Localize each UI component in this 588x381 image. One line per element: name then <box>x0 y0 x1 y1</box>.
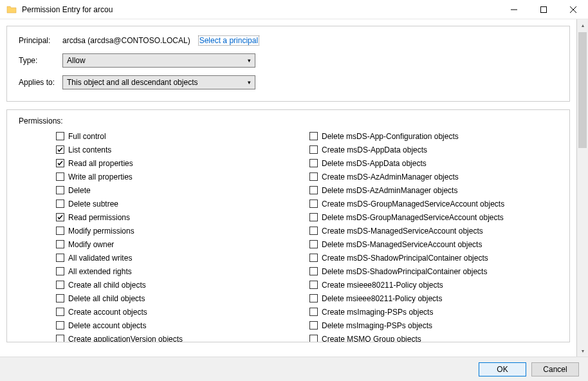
permission-checkbox[interactable] <box>309 240 318 248</box>
ok-button[interactable]: OK <box>479 362 526 376</box>
permission-label: Delete subtree <box>68 200 118 209</box>
type-combo[interactable]: Allow ▾ <box>62 53 255 68</box>
permission-checkbox[interactable] <box>309 200 318 208</box>
permission-checkbox[interactable] <box>56 213 64 221</box>
permission-label: Delete msDS-GroupManagedServiceAccount o… <box>322 213 504 222</box>
permission-checkbox[interactable] <box>309 267 318 275</box>
scroll-down-icon[interactable]: ▾ <box>577 345 588 357</box>
permission-checkbox[interactable] <box>309 159 318 167</box>
permission-checkbox[interactable] <box>309 335 318 342</box>
permissions-panel: Permissions: Full controlList contentsRe… <box>6 109 570 342</box>
permission-checkbox[interactable] <box>56 335 64 342</box>
permission-checkbox[interactable] <box>309 186 318 194</box>
permission-checkbox[interactable] <box>56 145 64 154</box>
permission-checkbox[interactable] <box>56 159 64 167</box>
permission-label: Read permissions <box>68 213 130 222</box>
permission-checkbox[interactable] <box>309 294 318 302</box>
permission-checkbox[interactable] <box>56 240 64 248</box>
cancel-button[interactable]: Cancel <box>531 362 579 376</box>
permission-checkbox[interactable] <box>309 172 318 181</box>
title-bar: Permission Entry for arcou <box>0 0 588 19</box>
permission-checkbox[interactable] <box>56 132 64 140</box>
permission-label: Create msDS-GroupManagedServiceAccount o… <box>322 200 504 209</box>
permission-label: Delete msieee80211-Policy objects <box>322 294 442 303</box>
permission-checkbox[interactable] <box>56 267 64 275</box>
type-combo-value: Allow <box>67 56 86 65</box>
permission-item: List contents <box>56 143 307 156</box>
permission-item: Delete msieee80211-Policy objects <box>309 292 560 305</box>
applies-to-row: Applies to: This object and all descenda… <box>19 75 560 89</box>
scroll-up-icon[interactable]: ▴ <box>577 19 588 31</box>
permission-label: All validated writes <box>68 254 132 263</box>
permission-checkbox[interactable] <box>309 308 318 316</box>
applies-to-combo[interactable]: This object and all descendant objects ▾ <box>62 75 255 89</box>
permission-item: Create msDS-ManagedServiceAccount object… <box>309 224 560 237</box>
permission-label: Delete msDS-AzAdminManager objects <box>322 186 457 195</box>
permission-item: Create msDS-AzAdminManager objects <box>309 170 560 183</box>
content-area: Principal: arcdsa (arcdsa@CONTOSO.LOCAL)… <box>0 19 576 357</box>
type-row: Type: Allow ▾ <box>19 53 560 68</box>
permissions-column-right: Delete msDS-App-Configuration objectsCre… <box>307 129 560 342</box>
scrollbar-thumb[interactable] <box>578 32 587 148</box>
permission-item: Delete msDS-ShadowPrincipalContainer obj… <box>309 265 560 278</box>
permission-label: Modify owner <box>68 240 114 249</box>
permission-label: Delete msDS-App-Configuration objects <box>322 132 459 141</box>
permission-checkbox[interactable] <box>56 308 64 316</box>
permission-label: Create account objects <box>68 308 147 317</box>
permission-checkbox[interactable] <box>309 145 318 154</box>
applies-to-label: Applies to: <box>19 78 62 87</box>
close-button[interactable] <box>558 0 588 19</box>
minimize-button[interactable] <box>499 0 529 19</box>
permission-item: Create msDS-GroupManagedServiceAccount o… <box>309 197 560 210</box>
permission-checkbox[interactable] <box>56 281 64 289</box>
permission-label: Create msDS-AppData objects <box>322 145 427 154</box>
permission-label: Delete all child objects <box>68 294 145 303</box>
permission-item: Delete msDS-ManagedServiceAccount object… <box>309 237 560 251</box>
permission-checkbox[interactable] <box>309 227 318 235</box>
permission-label: Delete <box>68 186 91 195</box>
permission-checkbox[interactable] <box>56 321 64 330</box>
permission-label: All extended rights <box>68 267 132 276</box>
permission-checkbox[interactable] <box>56 294 64 302</box>
permission-item: Modify permissions <box>56 224 307 237</box>
permission-checkbox[interactable] <box>56 200 64 208</box>
permissions-column-left: Full controlList contentsRead all proper… <box>19 129 307 342</box>
vertical-scrollbar[interactable]: ▴ ▾ <box>576 19 588 357</box>
maximize-button[interactable] <box>529 0 558 19</box>
permission-item: Create account objects <box>56 305 307 319</box>
permission-item: Delete <box>56 183 307 197</box>
permission-item: Delete msDS-GroupManagedServiceAccount o… <box>309 210 560 224</box>
permission-checkbox[interactable] <box>56 172 64 181</box>
select-principal-link[interactable]: Select a principal <box>198 35 259 46</box>
header-panel: Principal: arcdsa (arcdsa@CONTOSO.LOCAL)… <box>6 26 570 102</box>
permission-checkbox[interactable] <box>309 132 318 140</box>
permission-label: Delete account objects <box>68 321 146 330</box>
permission-checkbox[interactable] <box>56 186 64 194</box>
permission-label: Write all properties <box>68 172 133 181</box>
permission-checkbox[interactable] <box>309 281 318 289</box>
permission-item: Delete account objects <box>56 319 307 332</box>
permission-item: Create all child objects <box>56 278 307 292</box>
permission-label: Create msieee80211-Policy objects <box>322 281 443 290</box>
permission-label: Modify permissions <box>68 227 134 236</box>
permission-item: Create applicationVersion objects <box>56 332 307 342</box>
permission-label: Create applicationVersion objects <box>68 335 183 343</box>
permission-item: Create MSMQ Group objects <box>309 332 560 342</box>
permission-checkbox[interactable] <box>309 321 318 330</box>
permission-item: Delete subtree <box>56 197 307 210</box>
permission-checkbox[interactable] <box>309 254 318 262</box>
principal-value: arcdsa (arcdsa@CONTOSO.LOCAL) <box>62 36 190 45</box>
permission-item: Create msImaging-PSPs objects <box>309 305 560 319</box>
permission-item: Create msDS-ShadowPrincipalContainer obj… <box>309 251 560 265</box>
permission-item: Delete msImaging-PSPs objects <box>309 319 560 332</box>
permission-item: Modify owner <box>56 237 307 251</box>
permission-checkbox[interactable] <box>309 213 318 221</box>
permission-label: Create msDS-ManagedServiceAccount object… <box>322 227 483 236</box>
permission-item: Delete msDS-AzAdminManager objects <box>309 183 560 197</box>
permission-label: Create msImaging-PSPs objects <box>322 308 433 317</box>
permission-label: Full control <box>68 132 106 141</box>
permission-label: Read all properties <box>68 159 133 168</box>
permission-checkbox[interactable] <box>56 254 64 262</box>
permission-checkbox[interactable] <box>56 227 64 235</box>
permission-item: Create msDS-AppData objects <box>309 143 560 156</box>
